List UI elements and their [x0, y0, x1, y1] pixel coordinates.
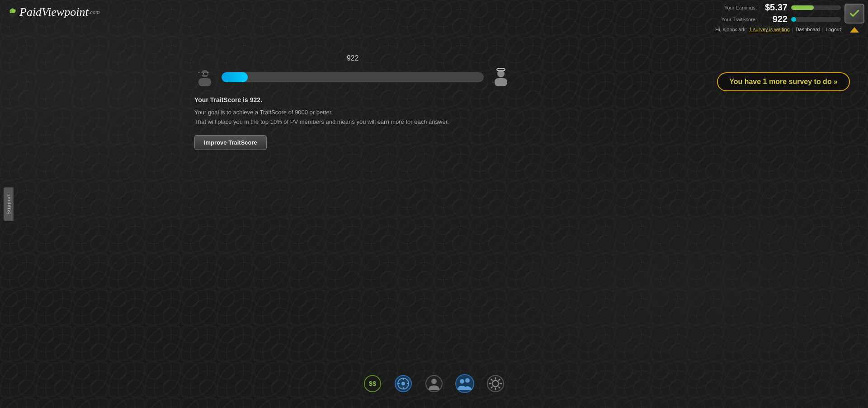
bottom-nav-friends[interactable]	[454, 373, 476, 394]
avatar-left-icon	[194, 67, 215, 87]
earnings-row: Your Earnings: $5.37	[724, 2, 841, 13]
earnings-value: $5.37	[760, 2, 788, 13]
earnings-bar	[791, 5, 841, 10]
logo: PaidViewpoint .com	[5, 5, 100, 19]
svg-rect-2	[198, 78, 211, 86]
traitscore-progress-label: 922	[194, 54, 511, 62]
progress-section	[194, 67, 511, 87]
progress-bar-fill	[222, 72, 248, 82]
logo-icon	[5, 6, 18, 19]
earnings-bar-fill	[791, 5, 814, 10]
bottom-nav-earnings[interactable]: $ $	[362, 373, 383, 394]
survey-banner-wrapper: You have 1 more survey to do »	[787, 27, 859, 33]
svg-text:$: $	[369, 380, 373, 387]
goal-text-1: Your goal is to achieve a TraitScore of …	[194, 108, 511, 117]
svg-line-6	[198, 72, 199, 73]
bottom-nav: $ $	[362, 373, 506, 394]
svg-text:$: $	[373, 380, 376, 387]
bottom-nav-profile[interactable]	[423, 373, 445, 394]
svg-line-7	[208, 72, 208, 73]
survey-waiting-link[interactable]: 1 survey is waiting	[749, 27, 790, 32]
goal-text-2: That will place you in the top 10% of PV…	[194, 117, 511, 127]
survey-banner[interactable]: You have 1 more survey to do »	[717, 72, 850, 91]
traitscore-heading: Your TraitScore is 922.	[194, 96, 511, 103]
svg-rect-9	[495, 78, 507, 86]
support-label: Support	[6, 194, 11, 215]
svg-point-20	[401, 382, 405, 385]
bottom-nav-survey[interactable]	[392, 373, 414, 394]
traitscore-value: 922	[760, 14, 788, 24]
info-text: Your TraitScore is 922. Your goal is to …	[194, 96, 511, 127]
bottom-nav-settings[interactable]	[485, 373, 506, 394]
svg-point-22	[431, 379, 437, 384]
main-content: 922	[194, 54, 511, 150]
traitscore-row: Your TraitScore: 922	[722, 14, 841, 24]
svg-point-25	[465, 378, 470, 383]
traitscore-bar-fill	[791, 17, 796, 22]
user-greeting: Hi, ajohnclark:	[715, 27, 747, 32]
avatar-right-icon	[491, 67, 511, 87]
traitscore-label: Your TraitScore:	[722, 17, 757, 22]
traitscore-bar	[791, 17, 841, 22]
check-icon-button[interactable]	[844, 4, 864, 23]
earnings-label: Your Earnings:	[724, 5, 757, 10]
svg-rect-4	[204, 73, 208, 75]
svg-point-10	[497, 68, 505, 71]
progress-bar	[222, 72, 484, 82]
svg-point-24	[460, 379, 464, 384]
improve-traitscore-button[interactable]: Improve TraitScore	[194, 135, 267, 150]
svg-rect-3	[199, 73, 203, 75]
support-tab[interactable]: Support	[4, 188, 14, 221]
logo-dotcom: .com	[89, 9, 100, 16]
tooltip-arrow	[850, 27, 859, 33]
logo-text: PaidViewpoint	[19, 5, 89, 19]
